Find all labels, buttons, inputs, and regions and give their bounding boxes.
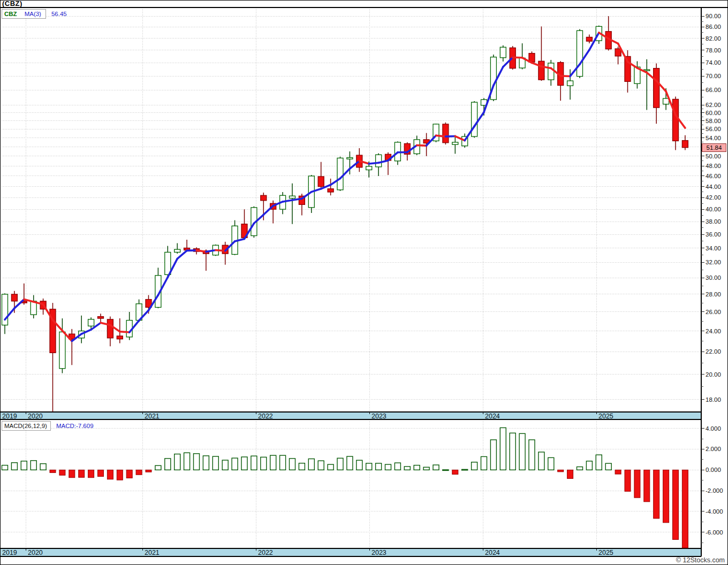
macd-bar xyxy=(59,470,65,475)
macd-bar xyxy=(577,467,583,470)
macd-bar xyxy=(596,455,602,470)
ma-indicator-label: MA(3) xyxy=(25,11,41,17)
macd-bar xyxy=(682,470,688,548)
candlestick xyxy=(472,101,477,138)
axis-tick-label: 66.00 xyxy=(706,87,721,93)
macd-bar xyxy=(136,470,142,475)
axis-tick-label: 62.00 xyxy=(706,102,721,108)
macd-bar xyxy=(31,461,36,470)
macd-bar xyxy=(357,460,362,470)
main-chart-legend: CBZ MA(3) 56.45 xyxy=(2,9,67,19)
axis-tick-label: 74.00 xyxy=(706,59,721,66)
macd-bar xyxy=(615,470,621,474)
axis-tick-label: -4.000 xyxy=(706,508,723,515)
macd-bar xyxy=(443,470,449,471)
last-price-tag: 51.84 xyxy=(702,143,726,152)
year-label: 2023 xyxy=(371,549,386,556)
macd-bar xyxy=(222,460,228,470)
macd-bar xyxy=(395,463,400,470)
macd-bar xyxy=(79,470,85,477)
macd-bar xyxy=(241,457,247,470)
macd-bar xyxy=(280,455,286,470)
year-label: 2024 xyxy=(485,549,500,556)
macd-bar xyxy=(155,465,161,470)
macd-bar xyxy=(337,458,343,470)
axis-tick-label: 86.00 xyxy=(706,24,721,30)
macd-bar xyxy=(644,470,650,501)
macd-bar xyxy=(347,456,353,470)
chart-app-window: (CBZ) 2019202020212022202320242025201920… xyxy=(0,0,728,565)
year-label: 2023 xyxy=(371,413,386,420)
ma3-line-segment xyxy=(216,250,225,250)
macd-bar xyxy=(203,456,209,470)
macd-bar xyxy=(472,462,477,470)
macd-bar xyxy=(165,459,171,470)
axis-tick-label: 44.00 xyxy=(706,184,721,190)
axis-tick-label: 46.00 xyxy=(706,173,721,179)
ma3-line-segment xyxy=(120,332,130,332)
axis-tick-label: 4.000 xyxy=(706,425,721,432)
macd-bar xyxy=(261,457,267,470)
axis-tick-label: 20.00 xyxy=(706,371,721,378)
axis-tick-label: 24.00 xyxy=(706,328,721,334)
candlestick xyxy=(443,123,449,144)
axis-tick-label: 40.00 xyxy=(706,206,721,212)
macd-bar xyxy=(308,459,314,470)
axis-tick-label: 54.00 xyxy=(706,135,721,141)
macd-bar xyxy=(414,465,420,470)
ma3-line-segment xyxy=(560,76,570,77)
macd-bar xyxy=(184,453,190,470)
candlestick xyxy=(490,55,496,101)
macd-bar xyxy=(299,463,305,470)
axis-tick-label: 56.00 xyxy=(706,126,721,132)
year-label: 2020 xyxy=(28,413,43,420)
axis-tick-label: -2.000 xyxy=(706,487,723,494)
page-title: (CBZ) xyxy=(2,0,22,7)
axis-tick-label: 38.00 xyxy=(706,218,721,225)
axis-tick-label: 36.00 xyxy=(706,231,721,238)
ma3-line-segment xyxy=(417,146,427,146)
axis-tick-label: 18.00 xyxy=(706,396,721,403)
candlestick xyxy=(433,124,439,142)
year-label: 2025 xyxy=(598,549,613,556)
macd-bar xyxy=(605,463,611,470)
macd-bar xyxy=(548,457,554,470)
macd-bar xyxy=(423,467,429,470)
macd-bar xyxy=(213,456,218,470)
year-label: 2024 xyxy=(485,413,500,420)
macd-bar xyxy=(673,470,679,539)
axis-tick-label: 70.00 xyxy=(706,73,721,79)
ma3-line-segment xyxy=(436,135,446,136)
macd-bar xyxy=(290,459,295,470)
macd-bar xyxy=(625,470,631,491)
axis-tick-label: 48.00 xyxy=(706,163,721,169)
macd-bar xyxy=(21,461,27,470)
macd-bar xyxy=(126,470,132,478)
macd-indicator-label: MACD(26,12,9) xyxy=(2,421,51,431)
axis-tick-label: 0.000 xyxy=(706,467,721,473)
axis-tick-label: 90.00 xyxy=(706,13,721,19)
axis-tick-label: 22.00 xyxy=(706,348,721,355)
macd-bar xyxy=(194,454,200,470)
axis-tick-label: 32.00 xyxy=(706,259,721,265)
axis-tick-label: 78.00 xyxy=(706,47,721,54)
macd-bar xyxy=(519,433,525,470)
macd-bar xyxy=(69,470,75,477)
macd-bar xyxy=(270,455,276,470)
ma3-line-segment xyxy=(445,136,455,137)
macd-bar xyxy=(433,465,439,470)
macd-bar xyxy=(366,463,372,470)
axis-tick-label: 58.00 xyxy=(706,118,721,124)
macd-bar xyxy=(107,470,113,479)
macd-bar xyxy=(462,469,468,470)
axis-tick-label: -6.000 xyxy=(706,529,723,536)
macd-bar xyxy=(328,464,333,470)
macd-bar xyxy=(481,456,487,470)
axis-tick-label: 50.00 xyxy=(706,153,721,159)
year-label: 2020 xyxy=(28,549,43,556)
axis-tick-label: 30.00 xyxy=(706,274,721,281)
ma-value: 56.45 xyxy=(51,11,67,17)
axis-tick-label: 2.000 xyxy=(706,446,721,452)
year-label: 2025 xyxy=(598,413,613,420)
macd-bar xyxy=(634,470,640,498)
